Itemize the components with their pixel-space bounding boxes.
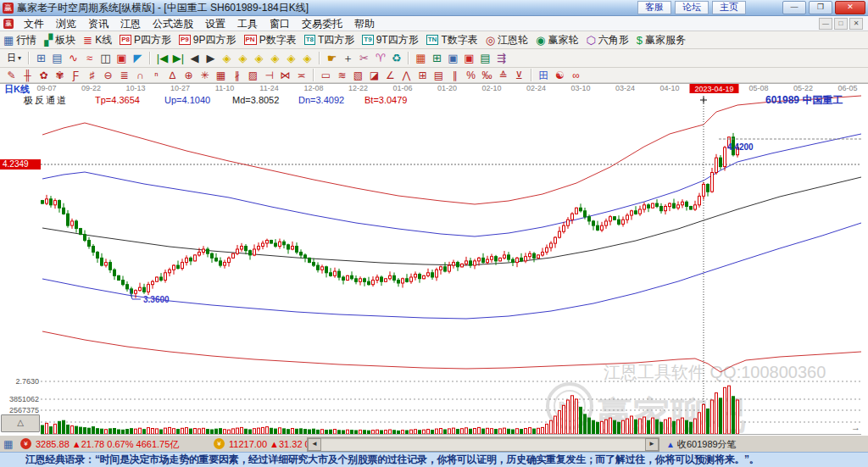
star-tool-icon[interactable]: ✳	[197, 68, 213, 83]
kline-button[interactable]: ≣K线	[83, 33, 112, 47]
scissors-icon[interactable]: ✂	[356, 51, 372, 66]
diamond-1-icon[interactable]: ◈	[219, 51, 235, 66]
first-bar-icon[interactable]: |◀	[154, 51, 170, 66]
half-shade-tool-icon[interactable]: ◪	[366, 68, 382, 83]
scroll-right-arrow[interactable]: ►	[645, 438, 659, 451]
titlebar-link-1[interactable]: 论坛	[675, 1, 709, 14]
mdi-control-0[interactable]: —	[819, 18, 832, 30]
menu-item-6[interactable]: 工具	[231, 17, 264, 31]
diamond-5-icon[interactable]: ◈	[283, 51, 299, 66]
export-icon[interactable]: ▤	[477, 51, 493, 66]
p9-square-button[interactable]: P99P四方形	[179, 33, 236, 47]
hand-tool-icon[interactable]: ☛	[324, 51, 340, 66]
parallel-tool-icon[interactable]: ∦	[229, 68, 245, 83]
horizontal-scrollbar[interactable]: ◄ ►	[307, 437, 659, 452]
gann-wheel-button[interactable]: ◎江恩轮	[486, 33, 528, 47]
wave-tool-icon[interactable]: ≋	[334, 68, 350, 83]
shade-tool-icon[interactable]: ▧	[350, 68, 366, 83]
kline-chart-area[interactable]: 江恩工具软件 QQ:100800360财赢赢家聊吧4.23492.7630385…	[0, 83, 868, 435]
minimize-button[interactable]: —	[782, 1, 806, 14]
menu-item-4[interactable]: 公式选股	[147, 17, 199, 31]
slash-tool-icon[interactable]: ∥	[447, 68, 463, 83]
titlebar-link-2[interactable]: 主页	[712, 1, 746, 14]
expand-panel-button[interactable]: △	[1, 414, 40, 432]
oval-tool-icon[interactable]: ⊖	[100, 68, 116, 83]
menu-item-5[interactable]: 设置	[199, 17, 231, 31]
wave-icon[interactable]: ∿	[65, 51, 81, 66]
candle-style-icon[interactable]: ◫	[97, 51, 114, 66]
triangle-tool-icon[interactable]: ∆	[164, 68, 181, 83]
menu-item-1[interactable]: 浏览	[50, 17, 82, 31]
percent-tool-icon[interactable]: %	[463, 68, 479, 83]
p-square-button[interactable]: P8P四方形	[120, 33, 171, 47]
crosshair-tool-icon[interactable]: ＋	[340, 51, 356, 66]
matrix-tool-icon[interactable]: 田	[536, 68, 552, 83]
overlay-tool-icon[interactable]: ⊻	[511, 68, 527, 83]
zigzag-tool-icon[interactable]: ⋀	[398, 68, 415, 83]
maximize-button[interactable]: ❐	[809, 1, 832, 14]
menu-item-7[interactable]: 窗口	[264, 17, 296, 31]
menu-item-9[interactable]: 帮助	[348, 17, 381, 31]
wave2-icon[interactable]: ≈	[81, 51, 97, 66]
flag-icon[interactable]: ◤	[130, 51, 146, 66]
grid-icon[interactable]: ▦	[3, 438, 13, 450]
winner-wheel-button[interactable]: ◉赢家轮	[536, 33, 578, 47]
grid-box-tool-icon[interactable]: ▦	[213, 68, 229, 83]
report-icon[interactable]: ▤	[49, 51, 65, 66]
calculator-icon[interactable]: ⊞	[429, 51, 445, 66]
price-cycle-tool-icon[interactable]: ✾	[52, 68, 68, 83]
kline-chart-canvas[interactable]: 江恩工具软件 QQ:100800360财赢赢家聊吧4.23492.7630385…	[0, 84, 868, 436]
diamond-2-icon[interactable]: ◈	[235, 51, 251, 66]
overlay-icon[interactable]: ▣	[114, 51, 130, 66]
t9-square-button[interactable]: T99T四方形	[362, 33, 418, 47]
menu-item-2[interactable]: 资讯	[82, 17, 114, 31]
mdi-control-2[interactable]: ✕	[849, 18, 863, 30]
balance-tool-icon[interactable]: ≍	[293, 68, 309, 83]
scroll-left-arrow[interactable]: ◄	[308, 438, 321, 451]
angle-tool-icon[interactable]: ∠	[382, 68, 398, 83]
p-number-table-button[interactable]: PNP数字表	[244, 33, 297, 47]
last-bar-icon[interactable]: ▶|	[170, 51, 186, 66]
close-button[interactable]: ✕	[835, 1, 865, 14]
rect-tool-icon[interactable]: ▭	[318, 68, 334, 83]
chart-window-icon[interactable]: ⊞	[33, 51, 49, 66]
sectors-button[interactable]: ▞板块	[44, 33, 75, 47]
diamond-4-icon[interactable]: ◈	[267, 51, 283, 66]
grid-tool-icon[interactable]: ⊞	[415, 68, 431, 83]
quotes-button[interactable]: ▦行情	[3, 33, 36, 47]
menu-item-3[interactable]: 江恩	[114, 17, 147, 31]
next-bar-icon[interactable]: ▶	[203, 51, 219, 66]
panel-tool-icon[interactable]: ▤	[431, 68, 447, 83]
gann-fan-tool-icon[interactable]: ╫	[19, 68, 36, 83]
diamond-3-icon[interactable]: ◈	[251, 51, 267, 66]
infinity-tool-icon[interactable]: ∞	[568, 68, 584, 83]
time-cycle-tool-icon[interactable]: ✿	[36, 68, 52, 83]
sh-index-icon[interactable]: ¥	[20, 438, 31, 449]
period-dropdown[interactable]: 日▾	[3, 51, 25, 65]
send-icon[interactable]: ⇶	[493, 51, 509, 66]
recycle-icon[interactable]: ♻	[388, 51, 404, 66]
save-icon[interactable]: ▣	[445, 51, 461, 66]
hatch-tool-icon[interactable]: ▨	[245, 68, 261, 83]
sh-index-quote[interactable]: 3285.88 ▲21.78 0.67% 4661.75亿	[36, 438, 179, 451]
titlebar-link-0[interactable]: 客服	[637, 1, 671, 14]
square-n-tool-icon[interactable]: ⁿ	[148, 68, 164, 83]
mask-icon[interactable]: ♈	[372, 51, 388, 66]
lines-tool-icon[interactable]: ≣	[116, 68, 132, 83]
arc-tool-icon[interactable]: ∩	[132, 68, 148, 83]
yinyang-tool-icon[interactable]: ☯	[552, 68, 568, 83]
menu-item-0[interactable]: 文件	[18, 17, 50, 31]
fib-tool-icon[interactable]: Ƒ	[68, 68, 84, 83]
hexagon-button[interactable]: ⬡六角形	[586, 33, 628, 47]
save-red-icon[interactable]: ▣	[461, 51, 477, 66]
t-number-table-button[interactable]: TNT数字表	[426, 33, 478, 47]
pitchfork-tool-icon[interactable]: ♯	[84, 68, 100, 83]
diamond-6-icon[interactable]: ◈	[299, 51, 315, 66]
sz-index-icon[interactable]: ¥	[214, 438, 225, 449]
menu-item-8[interactable]: 交易委托	[296, 17, 348, 31]
circle-cross-tool-icon[interactable]: ⊕	[181, 68, 197, 83]
winner-service-button[interactable]: $赢家服务	[637, 33, 686, 47]
prev-bar-icon[interactable]: ◀	[186, 51, 203, 66]
mdi-control-1[interactable]: □	[834, 18, 848, 30]
calendar-icon[interactable]: ▦	[413, 51, 429, 66]
